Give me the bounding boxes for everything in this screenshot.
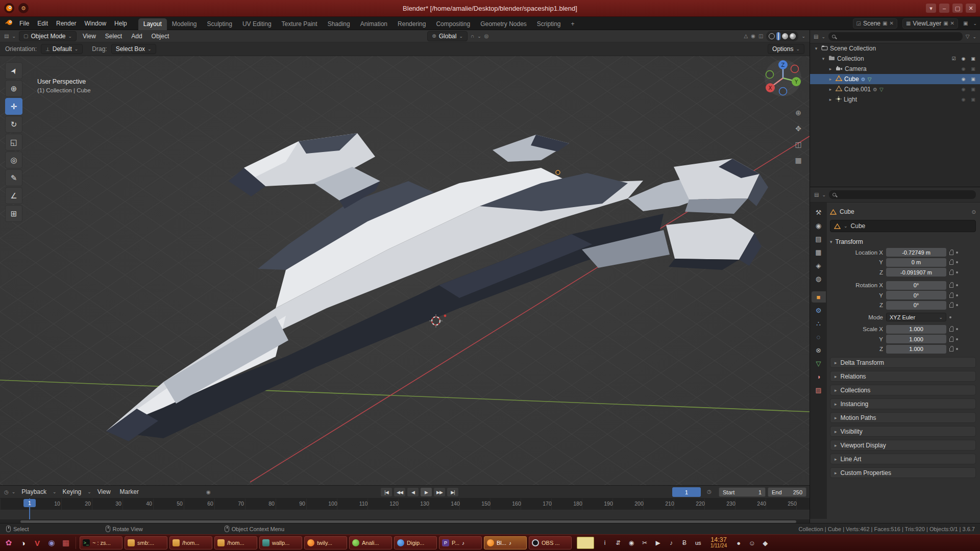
shading-caret-icon[interactable]: ⌄ <box>801 34 805 39</box>
hide-eye-icon[interactable]: ◉ <box>960 66 967 71</box>
rotation-mode-dropdown[interactable]: XYZ Euler⌄ <box>886 313 946 321</box>
location-z-input[interactable]: -0.091907 m <box>886 268 946 277</box>
timeline-editor-icon[interactable]: ◷ <box>4 489 9 495</box>
breadcrumb-object[interactable]: Cube <box>840 208 854 215</box>
section-motion-paths[interactable]: ▸Motion Paths <box>830 412 976 423</box>
workspace-tab-scripting[interactable]: Scripting <box>532 18 566 30</box>
outliner-editor-icon[interactable]: ▤ <box>814 34 818 39</box>
gizmo-y-axis[interactable]: Y <box>794 79 798 85</box>
playhead-badge[interactable]: 1 <box>23 499 36 507</box>
lock-icon[interactable] <box>949 261 953 265</box>
auto-key-icon[interactable]: ◉ <box>206 489 211 495</box>
tray-network-icon[interactable]: ⇵ <box>612 537 624 549</box>
tool-cursor[interactable]: ⊕ <box>5 80 22 97</box>
mode-dropdown[interactable]: ▢ Object Mode ⌄ <box>19 31 77 41</box>
expand-icon[interactable]: ▸ <box>827 87 834 92</box>
tool-annotate[interactable]: ✎ <box>5 169 22 186</box>
task-filemanager-smb[interactable]: smb:... <box>125 536 167 549</box>
section-instancing[interactable]: ▸Instancing <box>830 398 976 409</box>
xray-toggle-icon[interactable]: ◫ <box>758 33 763 39</box>
viewport-3d[interactable]: ▤ ⌄ ▢ Object Mode ⌄ View Select Add Obje… <box>0 30 810 485</box>
menu-window[interactable]: Window <box>80 20 110 27</box>
viewlayer-selector[interactable]: ▦ ViewLayer ▣ ✕ <box>902 18 958 29</box>
expand-icon[interactable]: ▸ <box>827 97 834 102</box>
hide-eye-icon[interactable]: ◉ <box>960 56 967 61</box>
modifier-wrench-icon[interactable]: ⚙ <box>873 87 877 92</box>
pin-icon[interactable]: ⊙ <box>972 209 976 215</box>
tool-rotate[interactable]: ↻ <box>5 116 22 133</box>
camera-view-icon[interactable]: ◫ <box>792 138 804 151</box>
properties-editor-icon[interactable]: ▤ <box>814 192 819 197</box>
lock-icon[interactable] <box>949 348 953 352</box>
animate-dot-icon[interactable] <box>956 338 958 340</box>
gizmo-neg-x-axis[interactable] <box>791 65 799 73</box>
task-filemanager-home1[interactable]: /hom... <box>169 536 212 549</box>
lock-icon[interactable] <box>949 294 953 298</box>
blender-app-icon[interactable] <box>4 3 14 13</box>
workspace-tab-sculpting[interactable]: Sculpting <box>202 18 237 30</box>
animate-dot-icon[interactable] <box>956 304 958 306</box>
workspace-tab-rendering[interactable]: Rendering <box>393 18 431 30</box>
workspace-tab-add[interactable]: + <box>566 18 580 30</box>
task-obs[interactable]: OBS ... <box>529 536 572 549</box>
extensions-icon[interactable]: ▣ <box>963 20 968 26</box>
location-x-input[interactable]: -0.72749 m <box>886 248 946 257</box>
disable-render-icon[interactable]: ▣ <box>969 77 977 82</box>
task-browser-twily[interactable]: twily... <box>304 536 347 549</box>
toggle-ortho-icon[interactable]: ▦ <box>792 154 804 166</box>
tool-select-box[interactable]: ➤ <box>5 62 22 79</box>
animate-dot-icon[interactable] <box>949 316 951 318</box>
next-keyframe-button[interactable]: ▶▶ <box>433 487 446 497</box>
timeline-tracks[interactable] <box>0 510 810 519</box>
timeline-ruler[interactable]: 10 20 30 40 50 60 70 80 90 100 110 120 1… <box>0 498 810 510</box>
section-collections[interactable]: ▸Collections <box>830 385 976 395</box>
tab-world[interactable]: ◍ <box>812 273 826 284</box>
workspace-tab-texture-paint[interactable]: Texture Paint <box>277 18 323 30</box>
task-digip[interactable]: Digip... <box>394 536 437 549</box>
scrollbar-handle[interactable] <box>20 520 796 523</box>
jump-to-end-button[interactable]: ▶| <box>447 487 459 497</box>
expand-icon[interactable]: ▾ <box>820 56 826 61</box>
section-line-art[interactable]: ▸Line Art <box>830 454 976 464</box>
menu-select[interactable]: Select <box>102 33 125 40</box>
editor-type-caret-icon[interactable]: ⌄ <box>12 34 16 39</box>
workspace-tab-layout[interactable]: Layout <box>138 18 167 30</box>
row-label[interactable]: Light <box>844 96 857 103</box>
menu-view-timeline[interactable]: View <box>94 488 114 495</box>
mesh-data-icon[interactable]: ▽ <box>868 77 872 82</box>
disable-render-icon[interactable]: ▣ <box>969 66 977 71</box>
tab-object[interactable]: ■ <box>812 291 826 303</box>
menu-edit[interactable]: Edit <box>33 20 52 27</box>
tab-output[interactable]: ▤ <box>812 233 826 244</box>
disable-render-icon[interactable]: ▣ <box>969 56 977 61</box>
outliner-row-light[interactable]: ▸ Light ◉ ▣ <box>810 94 980 105</box>
prev-keyframe-button[interactable]: ◀◀ <box>394 487 406 497</box>
scene-selector[interactable]: ◲ Scene ▣ ✕ <box>853 18 897 29</box>
animate-dot-icon[interactable] <box>956 261 958 263</box>
task-browser-anali[interactable]: Anali... <box>349 536 392 549</box>
rotation-x-input[interactable]: 0° <box>886 281 946 290</box>
menu-playback[interactable]: Playback <box>18 488 50 495</box>
animate-dot-icon[interactable] <box>956 328 958 330</box>
tray-screenshot-icon[interactable]: ✂ <box>639 537 650 549</box>
row-label[interactable]: Cube.001 <box>844 86 871 93</box>
use-preview-range-icon[interactable]: ◷ <box>707 489 712 494</box>
tray-obs-icon[interactable]: ◉ <box>626 537 637 549</box>
shading-material-icon[interactable] <box>782 33 788 39</box>
launcher-show-desktop-icon[interactable]: ◑ <box>17 537 29 549</box>
new-viewlayer-icon[interactable]: ▣ <box>943 20 948 26</box>
tab-tool[interactable]: ⚒ <box>812 207 826 218</box>
menu-keying[interactable]: Keying <box>60 488 85 495</box>
hide-eye-icon[interactable]: ◉ <box>960 77 967 82</box>
editor-type-icon[interactable]: ▤ <box>4 33 9 39</box>
tool-move[interactable]: ✛ <box>5 98 22 115</box>
tab-view-layer[interactable]: ▦ <box>812 246 826 258</box>
disable-render-icon[interactable]: ▣ <box>969 97 977 102</box>
play-button[interactable]: ▶ <box>420 487 432 497</box>
clock[interactable]: 14:37 1/11/24 <box>710 537 727 549</box>
frame-start-field[interactable]: Start1 <box>719 487 766 497</box>
tray-smiley-icon[interactable]: ☺ <box>746 537 757 549</box>
menu-add[interactable]: Add <box>128 33 145 40</box>
section-custom-properties[interactable]: ▸Custom Properties <box>830 467 976 478</box>
animate-dot-icon[interactable] <box>956 294 958 296</box>
